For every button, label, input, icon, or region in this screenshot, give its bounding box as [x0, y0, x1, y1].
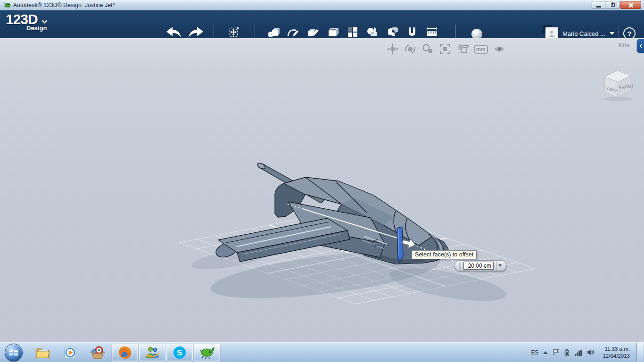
restore-button[interactable]: [606, 1, 619, 9]
combine-blocks-icon: [386, 26, 398, 38]
123d-design-icon: [198, 346, 215, 360]
tray-time: 11:33 a.m.: [603, 346, 630, 353]
offset-unit-dropdown[interactable]: [496, 262, 503, 270]
desktop: Autodesk® 123D® Design: Justice Jet* 123…: [0, 0, 644, 362]
tool-transform[interactable]: [228, 25, 240, 39]
show-desktop-button[interactable]: [636, 343, 643, 362]
taskbar-item-games-box[interactable]: [84, 346, 111, 360]
battery-icon[interactable]: [564, 349, 570, 356]
app-toolbar: 123D Design: [0, 10, 644, 38]
windows-media-player-icon: [63, 346, 77, 360]
windows-flag-icon: [9, 348, 18, 357]
taskbar-item-123d-design[interactable]: [194, 344, 220, 362]
orbit-icon: [404, 43, 416, 55]
volume-icon[interactable]: [587, 349, 595, 356]
3d-viewport[interactable]: mm Kits LEFT FRONT Select face(s) to off…: [0, 38, 644, 342]
network-signal-icon[interactable]: [574, 349, 582, 356]
construct-icon: [307, 26, 319, 38]
system-tray: ES 11:33 a.m. 1: [531, 343, 644, 362]
material-view-button[interactable]: [456, 43, 469, 55]
pattern-grid-icon: [347, 26, 359, 38]
window-titlebar[interactable]: Autodesk® 123D® Design: Justice Jet*: [0, 0, 644, 10]
modify-shell-icon: [327, 26, 339, 38]
transform-move-icon: [228, 25, 240, 39]
account-name[interactable]: Mario Caiced ...: [562, 30, 605, 37]
undo-button[interactable]: [165, 26, 183, 39]
games-box-icon: [90, 346, 105, 360]
magnet-icon: [406, 26, 418, 38]
drag-handle-icon[interactable]: [459, 263, 461, 269]
sketch-icon: [287, 26, 299, 38]
pan-button[interactable]: [387, 43, 399, 55]
ruler-icon: [426, 26, 438, 38]
material-view-icon: [456, 43, 469, 55]
offset-value-text: 20.00 cm: [468, 263, 491, 269]
messenger-people-icon: [145, 346, 160, 360]
app-menu[interactable]: 123D Design: [6, 11, 47, 32]
skype-letter: S: [177, 348, 182, 357]
visibility-button[interactable]: [493, 43, 505, 55]
text-caret: [492, 263, 492, 269]
taskbar-item-firefox[interactable]: [112, 344, 138, 362]
grouping-shapes-icon: [366, 26, 379, 38]
windows-explorer-icon: [35, 346, 50, 360]
show-hidden-icons-button[interactable]: [543, 351, 548, 354]
fit-button[interactable]: [439, 43, 451, 55]
action-center-flag-icon[interactable]: [553, 349, 560, 356]
taskbar-item-windows-explorer[interactable]: [29, 346, 57, 360]
pan-icon: [387, 43, 399, 55]
dropdown-arrow-icon: [498, 264, 502, 267]
firefox-icon: [117, 345, 132, 360]
taskbar-item-windows-media-player[interactable]: [57, 346, 84, 360]
close-icon: [628, 2, 633, 8]
restore-icon: [611, 3, 615, 7]
view-navbar: mm: [387, 43, 505, 55]
scene-canvas[interactable]: [0, 38, 644, 342]
units-button[interactable]: mm: [474, 45, 488, 54]
chevron-left-icon: [639, 44, 644, 49]
primitives-icon: [267, 26, 280, 38]
fit-icon: [439, 43, 451, 55]
orbit-button[interactable]: [404, 43, 416, 55]
start-button[interactable]: [5, 344, 23, 362]
tray-date: 12/04/2013: [603, 353, 630, 360]
selected-face-highlight[interactable]: [397, 227, 403, 262]
jet-model[interactable]: [214, 162, 448, 264]
offset-value-input[interactable]: 20.00 cm: [463, 262, 494, 270]
person-icon: [548, 30, 555, 37]
tooltip: Select face(s) to offset: [412, 250, 477, 259]
chevron-down-icon: [41, 17, 48, 24]
taskbar-item-windows-live-messenger[interactable]: [139, 344, 165, 362]
zoom-button[interactable]: [421, 43, 434, 55]
app-icon: [4, 2, 11, 8]
minimize-button[interactable]: [592, 1, 605, 9]
close-button[interactable]: [620, 1, 641, 9]
language-indicator[interactable]: ES: [531, 349, 538, 356]
account-dropdown-icon[interactable]: [610, 32, 614, 35]
kits-panel-label: Kits: [618, 41, 630, 49]
logo-design: Design: [26, 25, 47, 32]
windows-taskbar: S ES: [0, 342, 644, 362]
taskbar-item-skype[interactable]: S: [166, 344, 193, 362]
clock[interactable]: 11:33 a.m. 12/04/2013: [603, 346, 630, 360]
offset-value-widget[interactable]: 20.00 cm: [454, 260, 506, 271]
zoom-icon: [421, 43, 434, 55]
minimize-icon: [596, 6, 601, 8]
redo-button[interactable]: [187, 26, 205, 39]
kits-panel-toggle[interactable]: [637, 39, 644, 53]
viewcube[interactable]: LEFT FRONT: [599, 66, 638, 102]
eye-icon: [493, 45, 505, 53]
skype-icon: S: [172, 345, 187, 360]
window-title: Autodesk® 123D® Design: Justice Jet*: [13, 2, 115, 8]
